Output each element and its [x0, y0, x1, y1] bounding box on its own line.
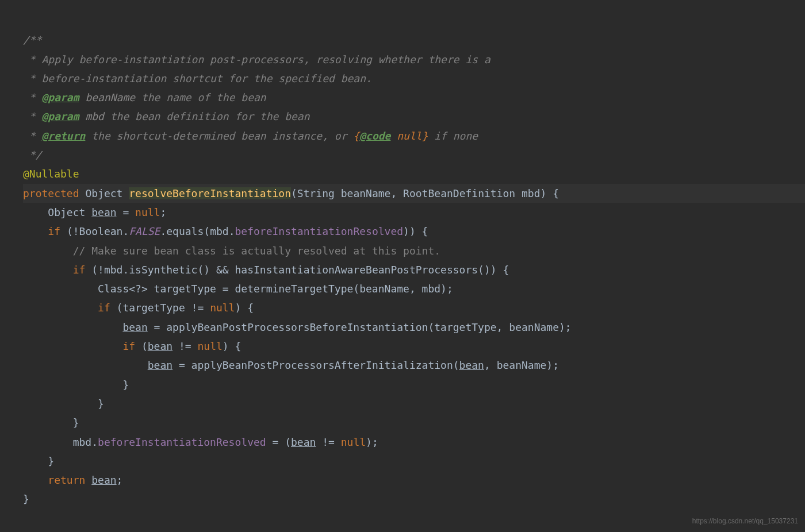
javadoc-close: */ [23, 149, 42, 161]
code-line: bean = applyBeanPostProcessorsAfterIniti… [23, 359, 559, 371]
code-line: if (targetType != null) { [23, 302, 254, 314]
code-line: if (!mbd.isSynthetic() && hasInstantiati… [23, 264, 509, 276]
code-line: } [23, 398, 104, 410]
code-line: if (!Boolean.FALSE.equals(mbd.beforeInst… [23, 225, 428, 237]
method-signature-line: protected Object resolveBeforeInstantiat… [23, 184, 805, 203]
code-line: bean = applyBeanPostProcessorsBeforeInst… [23, 321, 572, 333]
code-line: } [23, 493, 29, 505]
code-line: mbd.beforeInstantiationResolved = (bean … [23, 436, 378, 448]
javadoc-return: * @return the shortcut-determined bean i… [23, 130, 478, 142]
code-line: } [23, 417, 79, 429]
code-line: return bean; [23, 474, 122, 486]
code-line: Object bean = null; [23, 206, 166, 218]
javadoc-line: * before-instantiation shortcut for the … [23, 72, 372, 84]
javadoc-open: /** [23, 34, 42, 46]
javadoc-line: * Apply before-instantiation post-proces… [23, 53, 490, 65]
javadoc-param: * @param beanName the name of the bean [23, 91, 266, 103]
method-name: resolveBeforeInstantiation [129, 187, 291, 199]
code-line: Class<?> targetType = determineTargetTyp… [23, 283, 453, 295]
code-editor: /** * Apply before-instantiation post-pr… [23, 11, 805, 509]
watermark: https://blog.csdn.net/qq_15037231 [692, 515, 798, 527]
annotation-nullable: @Nullable [23, 168, 79, 180]
code-line: if (bean != null) { [23, 340, 241, 352]
javadoc-param: * @param mbd the bean definition for the… [23, 110, 310, 122]
code-line: // Make sure bean class is actually reso… [23, 245, 440, 257]
code-line: } [23, 379, 129, 391]
code-line: } [23, 455, 54, 467]
